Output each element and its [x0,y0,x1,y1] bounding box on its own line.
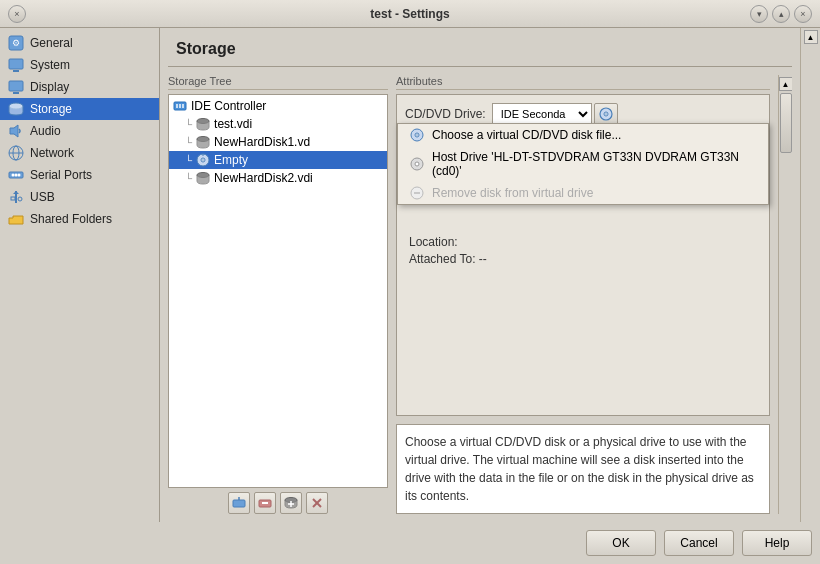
svg-rect-17 [11,197,15,200]
disk-icon3 [196,171,210,185]
choose-file-label: Choose a virtual CD/DVD disk file... [432,128,621,142]
close-button-right[interactable]: × [794,5,812,23]
cdvd-row: CD/DVD Drive: IDE Seconda [405,103,761,125]
title-bar-right-controls[interactable]: ▾ ▴ × [750,5,812,23]
sidebar-item-audio[interactable]: Audio [0,120,159,142]
choose-file-icon [410,128,424,142]
scroll-thumb[interactable] [780,93,792,153]
cdvd-file-btn[interactable] [594,103,618,125]
tree-item-empty[interactable]: └ Empty [169,151,387,169]
sidebar-item-system[interactable]: System [0,54,159,76]
minimize-button[interactable]: ▾ [750,5,768,23]
tree-item-test-vdi[interactable]: └ test.vdi [169,115,387,133]
sidebar-item-usb[interactable]: USB [0,186,159,208]
attributes-panel: Attributes CD/DVD Drive: IDE Seconda [396,75,770,514]
maximize-button[interactable]: ▴ [772,5,790,23]
network-icon [8,145,24,161]
tree-branch-icon4: └ [185,173,192,184]
sidebar-item-storage[interactable]: Storage [0,98,159,120]
tree-toolbar [168,488,388,514]
sidebar-item-serial[interactable]: Serial Ports [0,164,159,186]
usb-label: USB [30,190,55,204]
remove-disk-icon [410,186,424,200]
svg-rect-4 [9,81,23,91]
choose-file-menu-item[interactable]: Choose a virtual CD/DVD disk file... [398,124,768,146]
test-vdi-label: test.vdi [214,117,252,131]
disk-icon [196,117,210,131]
ide-controller-label: IDE Controller [191,99,266,113]
help-button[interactable]: Help [742,530,812,556]
sidebar-item-general[interactable]: ⚙ General [0,32,159,54]
new-hd1-label: NewHardDisk1.vd [214,135,310,149]
remove-attachment-btn[interactable] [254,492,276,514]
svg-point-46 [415,162,419,166]
usb-icon [8,189,24,205]
svg-rect-20 [176,104,178,108]
remove-disk-label: Remove disk from virtual drive [432,186,593,200]
svg-point-12 [12,174,15,177]
audio-label: Audio [30,124,61,138]
network-label: Network [30,146,74,160]
svg-marker-7 [10,125,18,137]
info-box: Choose a virtual CD/DVD disk or a physic… [396,424,770,514]
ok-button[interactable]: OK [586,530,656,556]
add-hd-btn[interactable] [280,492,302,514]
disk-icon2 [196,135,210,149]
location-section: Location: Attached To: -- [405,235,761,266]
info-text: Choose a virtual CD/DVD disk or a physic… [405,435,754,503]
attributes-scrollbar[interactable]: ▲ [778,75,792,514]
tree-branch-icon2: └ [185,137,192,148]
storage-tree[interactable]: IDE Controller └ test.vdi └ [168,94,388,488]
tree-item-new-hd1[interactable]: └ NewHardDisk1.vd [169,133,387,151]
empty-label: Empty [214,153,248,167]
tree-item-new-hd2[interactable]: └ NewHardDisk2.vdi [169,169,387,187]
display-icon [8,79,24,95]
add-controller-btn[interactable] [228,492,250,514]
footer: OK Cancel Help [0,522,820,564]
system-label: System [30,58,70,72]
new-hd2-label: NewHardDisk2.vdi [214,171,313,185]
attached-value: -- [479,252,487,266]
display-label: Display [30,80,69,94]
attached-label: Attached To: [409,252,476,266]
content-area: Storage Storage Tree IDE Controller └ [160,28,800,522]
audio-icon [8,123,24,139]
svg-point-14 [18,174,21,177]
general-icon: ⚙ [8,35,24,51]
controller-icon [173,99,187,113]
sidebar-item-display[interactable]: Display [0,76,159,98]
shared-icon [8,211,24,227]
storage-label: Storage [30,102,72,116]
cancel-button[interactable]: Cancel [664,530,734,556]
sidebar-item-shared[interactable]: Shared Folders [0,208,159,230]
sidebar-item-network[interactable]: Network [0,142,159,164]
tree-branch-icon3: └ [185,155,192,166]
system-icon [8,57,24,73]
tree-branch-icon: └ [185,119,192,130]
page-title: Storage [168,36,792,67]
svg-rect-21 [179,104,181,108]
cdrom-icon [196,153,210,167]
cdvd-select[interactable]: IDE Seconda [492,103,592,125]
tree-item-ide-controller[interactable]: IDE Controller [169,97,387,115]
shared-label: Shared Folders [30,212,112,226]
svg-point-13 [15,174,18,177]
remove-btn[interactable] [306,492,328,514]
right-scroll-btn[interactable]: ▲ [804,30,818,44]
scroll-up-btn[interactable]: ▲ [779,77,793,91]
host-drive-label: Host Drive 'HL-DT-STDVDRAM GT33N DVDRAM … [432,150,756,178]
storage-icon [8,101,24,117]
svg-point-41 [605,113,607,115]
svg-rect-5 [13,92,19,94]
close-button[interactable]: × [8,5,26,23]
host-drive-menu-item[interactable]: Host Drive 'HL-DT-STDVDRAM GT33N DVDRAM … [398,146,768,182]
svg-marker-16 [13,191,19,194]
remove-disk-menu-item[interactable]: Remove disk from virtual drive [398,182,768,204]
window-controls[interactable]: × [8,5,26,23]
window-title: test - Settings [370,7,449,21]
location-row: Location: [405,235,761,249]
svg-rect-2 [9,59,23,69]
sidebar: ⚙ General System Display Storage [0,28,160,522]
cdvd-dropdown: IDE Seconda [492,103,618,125]
title-bar: × test - Settings ▾ ▴ × [0,0,820,28]
